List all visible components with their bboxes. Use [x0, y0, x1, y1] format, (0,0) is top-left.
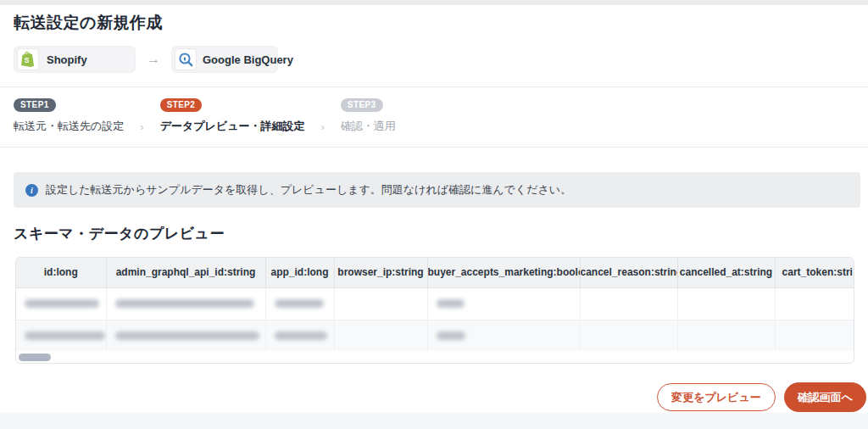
- table-cell: [580, 287, 677, 320]
- step-indicator: STEP1 転送元・転送先の設定 › STEP2 データプレビュー・詳細設定 ›…: [14, 98, 396, 134]
- table-cell: [677, 287, 775, 320]
- table-cell: [427, 320, 580, 351]
- column-header: buyer_accepts_marketing:boolean: [427, 258, 580, 287]
- step-2-label: データプレビュー・詳細設定: [160, 119, 305, 134]
- step-3-confirm-apply: STEP3 確認・適用: [341, 98, 396, 134]
- table-cell: [265, 287, 334, 320]
- table-row: [16, 287, 854, 320]
- redacted-cell-value: [275, 332, 327, 340]
- flow-arrow-icon: →: [147, 52, 160, 67]
- bigquery-icon: [175, 48, 197, 70]
- table-body: [16, 287, 854, 351]
- preview-changes-button[interactable]: 変更をプレビュー: [657, 383, 776, 411]
- step-2-data-preview: STEP2 データプレビュー・詳細設定: [160, 98, 305, 134]
- table-cell: [427, 287, 580, 320]
- redacted-cell-value: [437, 332, 465, 340]
- table-cell: [334, 287, 427, 320]
- redacted-cell-value: [25, 332, 105, 340]
- redacted-cell-value: [25, 299, 99, 308]
- table-cell: [580, 320, 677, 351]
- shopify-icon: S: [17, 48, 39, 70]
- destination-connector-chip: Google BigQuery: [171, 46, 278, 73]
- table-header-row: id:longadmin_graphql_api_id:stringapp_id…: [16, 258, 854, 287]
- svg-text:S: S: [25, 56, 30, 64]
- divider: [0, 147, 868, 148]
- column-header: cart_token:stri: [775, 258, 854, 287]
- step-2-badge: STEP2: [160, 98, 203, 112]
- page-title: 転送設定の新規作成: [14, 12, 163, 34]
- destination-connector-label: Google BigQuery: [203, 53, 293, 66]
- table-cell: [775, 320, 854, 351]
- step-1-badge: STEP1: [14, 98, 56, 112]
- table-cell: [334, 320, 427, 351]
- step-3-label: 確認・適用: [341, 119, 396, 134]
- horizontal-scrollbar-thumb[interactable]: [19, 354, 51, 361]
- preview-table: id:longadmin_graphql_api_id:stringapp_id…: [16, 258, 854, 351]
- horizontal-scrollbar[interactable]: [16, 351, 854, 363]
- table-cell: [775, 287, 854, 320]
- redacted-cell-value: [275, 299, 324, 308]
- column-header: cancelled_at:string: [677, 258, 775, 287]
- table-cell: [265, 320, 334, 351]
- source-connector-chip: S Shopify: [14, 46, 136, 73]
- redacted-cell-value: [115, 299, 254, 308]
- step-3-badge: STEP3: [341, 98, 383, 112]
- bottom-background-strip: [0, 413, 868, 429]
- redacted-cell-value: [437, 299, 465, 308]
- table-cell: [106, 287, 265, 320]
- step-1-label: 転送元・転送先の設定: [14, 119, 124, 134]
- schema-preview-table: id:longadmin_graphql_api_id:stringapp_id…: [15, 257, 854, 364]
- divider: [0, 86, 868, 87]
- info-banner-text: 設定した転送元からサンプルデータを取得し、プレビューします。問題なければ確認に進…: [46, 182, 571, 198]
- step-separator-icon: ›: [320, 120, 324, 133]
- redacted-cell-value: [115, 332, 259, 340]
- step-separator-icon: ›: [140, 120, 143, 133]
- table-cell: [677, 320, 775, 351]
- table-row: [16, 320, 854, 351]
- info-banner: i 設定した転送元からサンプルデータを取得し、プレビューします。問題なければ確認…: [14, 172, 860, 208]
- column-header: id:long: [16, 258, 106, 287]
- table-cell: [16, 287, 106, 320]
- source-connector-label: Shopify: [47, 53, 87, 66]
- action-buttons: 変更をプレビュー 確認画面へ: [657, 382, 866, 412]
- transfer-setting-page: 転送設定の新規作成 S Shopify → Google BigQuery: [0, 0, 868, 429]
- schema-preview-heading: スキーマ・データのプレビュー: [14, 224, 225, 243]
- column-header: app_id:long: [265, 258, 334, 287]
- top-edge-strip: [0, 0, 868, 5]
- table-cell: [106, 320, 265, 351]
- info-icon: i: [25, 184, 38, 197]
- connector-summary: S Shopify → Google BigQuery: [14, 46, 278, 73]
- column-header: admin_graphql_api_id:string: [106, 258, 265, 287]
- go-to-confirm-button[interactable]: 確認画面へ: [784, 382, 866, 412]
- step-1-source-destination: STEP1 転送元・転送先の設定: [14, 98, 124, 134]
- table-cell: [16, 320, 106, 351]
- column-header: browser_ip:string: [334, 258, 427, 287]
- column-header: cancel_reason:string: [580, 258, 677, 287]
